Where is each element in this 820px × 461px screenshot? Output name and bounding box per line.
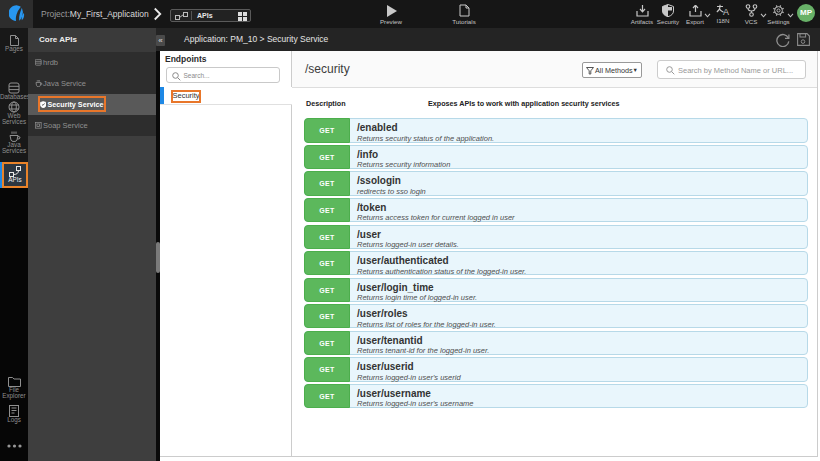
svg-text:A: A: [723, 7, 729, 16]
